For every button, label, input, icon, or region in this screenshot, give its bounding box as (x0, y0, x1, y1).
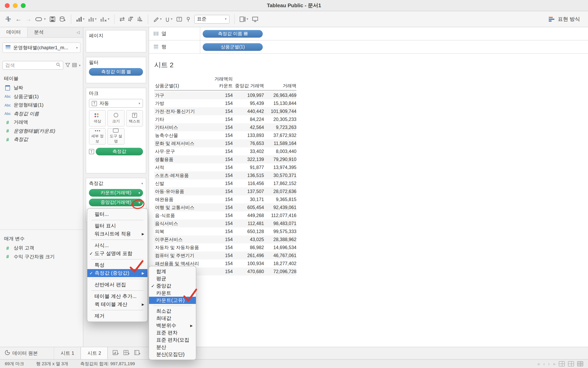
show-me-button[interactable]: 표현 방식 (546, 14, 583, 24)
rows-shelf[interactable]: 행 상품군별(1) (149, 40, 588, 54)
table-row[interactable]: 사무·문구 154 33,402 8,003,440 (154, 147, 296, 155)
marks-button[interactable]: 도구 설명 (108, 128, 125, 145)
context-menu-item[interactable]: ✓ 측정값 (중앙값) ▶ (87, 269, 147, 277)
first-page-icon[interactable]: « (537, 361, 540, 367)
context-menu-item[interactable]: ✓ 제거 ▶ (87, 312, 147, 320)
back-button[interactable]: ← (15, 16, 22, 22)
field-item[interactable]: 측정값 (0, 135, 83, 144)
columns-pill[interactable]: 측정값 이름 (203, 30, 263, 37)
new-story-icon[interactable] (134, 350, 141, 357)
submenu-item[interactable]: ✓ 최대값 ▶ (149, 315, 196, 322)
pages-shelf[interactable]: 페이지 (86, 30, 146, 53)
sheet-tab-2[interactable]: 시트 2 (81, 347, 108, 359)
pill-dropdown-icon[interactable]: ▾ (138, 200, 140, 204)
table-row[interactable]: 가전·전자·통신기기 154 440,442 101,909,744 (154, 107, 296, 115)
table-row[interactable]: 컴퓨터 및 주변기기 154 261,496 46,767,061 (154, 251, 296, 259)
columns-shelf[interactable]: 열 측정값 이름 (149, 27, 588, 40)
zoom-window-button[interactable] (21, 3, 26, 8)
last-page-icon[interactable]: » (553, 361, 556, 367)
chevron-down-icon[interactable]: ▾ (141, 182, 143, 185)
submenu-item[interactable]: ✓ 카운트(고유) ▶ (149, 297, 196, 304)
forward-button[interactable]: → (25, 16, 32, 22)
tab-analytics[interactable]: 분석 (28, 27, 50, 37)
context-menu-item[interactable]: ✓ 워크시트에 적용 ▶ (87, 230, 147, 238)
datasource-tab[interactable]: 데이터 원본 (3, 347, 44, 359)
measure-pill-count[interactable]: 카운트(거래액) ▾ (89, 189, 143, 197)
table-row[interactable]: 아동·유아용품 154 137,507 28,072,636 (154, 187, 296, 195)
previous-page-icon[interactable]: ‹ (543, 361, 545, 367)
field-item[interactable]: 측정값 이름 (0, 110, 83, 118)
minimize-window-button[interactable] (13, 3, 18, 8)
chevron-down-icon[interactable]: ▾ (79, 64, 81, 67)
table-row[interactable]: 서적 154 91,877 13,974,395 (154, 163, 296, 171)
context-menu-item[interactable]: ✓ 선반에서 편집 ▶ (87, 281, 147, 289)
table-row[interactable]: 신발 154 116,456 17,862,152 (154, 179, 296, 187)
context-menu-item[interactable]: ✓ ▶ (91, 239, 143, 240)
column-header[interactable]: 카운트 (210, 83, 233, 89)
table-row[interactable]: 농축수산물 154 133,893 37,672,932 (154, 131, 296, 139)
table-row[interactable]: 기타서비스 154 42,564 9,723,263 (154, 123, 296, 131)
new-datasource-button[interactable] (59, 16, 66, 22)
attach-button[interactable]: ▾ (165, 16, 173, 22)
mark-type-select[interactable]: T 자동 ▾ (89, 99, 143, 108)
table-row[interactable]: 음·식료품 154 449,268 112,077,416 (154, 212, 296, 220)
show-cards-button[interactable]: ▾ (239, 16, 248, 22)
presentation-mode-button[interactable] (252, 16, 258, 22)
context-menu-item[interactable]: ✓ ▶ (91, 220, 143, 220)
fix-axes-button[interactable] (186, 16, 191, 22)
highlight-button[interactable]: ▾ (153, 16, 162, 22)
context-menu-item[interactable]: ✓ 필터... ▶ (87, 210, 147, 218)
context-menu-item[interactable]: ✓ 서식... ▶ (87, 241, 147, 249)
submenu-item[interactable]: ✓ 최소값 ▶ (149, 308, 196, 315)
marks-button[interactable]: 텍스트 (126, 110, 143, 127)
context-menu-item[interactable]: ✓ 도구 설명에 포함 ▶ (87, 249, 147, 258)
rows-pill[interactable]: 상품군별(1) (203, 43, 263, 51)
sort-ascending-button[interactable] (128, 16, 134, 22)
normal-view-icon[interactable] (559, 361, 565, 366)
table-row[interactable]: 의복 154 650,128 99,575,333 (154, 228, 296, 235)
submenu-item[interactable]: ✓ 합계 ▶ (149, 268, 196, 275)
presentation-view-icon[interactable] (577, 361, 583, 366)
submenu-item[interactable]: ✓ 분산(모집단) ▶ (149, 351, 196, 358)
sort-descending-button[interactable] (138, 16, 143, 22)
table-row[interactable]: 애완용품 154 30,171 9,365,815 (154, 195, 296, 203)
context-menu-item[interactable]: ✓ ▶ (91, 279, 143, 279)
measure-pill-median[interactable]: 중앙값(거래액) ▾ (89, 199, 143, 206)
table-row[interactable]: 여행 및 교통서비스 154 605,454 92,439,061 (154, 203, 296, 212)
duplicate-sheet-button[interactable]: ▾ (88, 16, 97, 22)
field-item[interactable]: 거래액 (0, 118, 83, 127)
submenu-item[interactable]: ✓ 중앙값 ▶ (149, 282, 196, 290)
context-menu-item[interactable]: ✓ 특성 ▶ (87, 261, 147, 269)
context-menu-item[interactable]: ✓ ▶ (91, 259, 143, 259)
next-page-icon[interactable]: › (548, 361, 550, 367)
filter-pill[interactable]: 측정값 이름 (89, 68, 143, 76)
table-row[interactable]: 기타 154 84,224 20,305,233 (154, 115, 296, 123)
context-menu-item[interactable]: ✓ ▶ (91, 310, 143, 310)
tab-data[interactable]: 데이터 (0, 27, 28, 37)
field-item[interactable]: 상품군별(1) (0, 92, 83, 101)
clear-sheet-button[interactable]: ▾ (100, 16, 109, 22)
submenu-item[interactable]: ✓ 분산 ▶ (149, 344, 196, 351)
context-menu-item[interactable]: ✓ 필터 표시 ▶ (87, 222, 147, 230)
marks-button[interactable]: 크기 (108, 110, 125, 127)
save-button[interactable] (49, 16, 56, 22)
rows-shelf-content[interactable]: 상품군별(1) (200, 43, 588, 51)
table-row[interactable]: 자동차 및 자동차용품 154 86,982 14,696,534 (154, 243, 296, 251)
context-menu-item[interactable]: ✓ ▶ (91, 290, 143, 291)
parameter-item[interactable]: 수익 구간차원 크기 (0, 252, 83, 261)
sheet-title[interactable]: 시트 2 (154, 60, 174, 70)
field-item[interactable]: 운영형태별(1) (0, 101, 83, 110)
field-item[interactable]: 날짜 (0, 84, 83, 92)
table-row[interactable]: 가방 154 95,439 15,130,844 (154, 99, 296, 107)
marks-button[interactable]: 색상 (89, 110, 106, 127)
context-menu-item[interactable]: ✓ 테이블 계산 추가... ▶ (87, 292, 147, 300)
columns-shelf-content[interactable]: 측정값 이름 (200, 30, 588, 37)
field-item[interactable]: 운영형태별(카운트) (0, 127, 83, 135)
table-row[interactable]: 문화 및 레저서비스 154 76,653 11,589,164 (154, 139, 296, 147)
table-row[interactable]: 가구 154 109,997 26,963,469 (154, 91, 296, 99)
submenu-item[interactable]: ✓ 표준 편차 ▶ (149, 329, 196, 336)
fit-view-icon[interactable] (568, 361, 574, 366)
parameter-item[interactable]: 상위 고객 (0, 244, 83, 252)
submenu-item[interactable]: ✓ ▶ (153, 305, 192, 306)
pill-dropdown-icon[interactable]: ▾ (138, 191, 140, 195)
